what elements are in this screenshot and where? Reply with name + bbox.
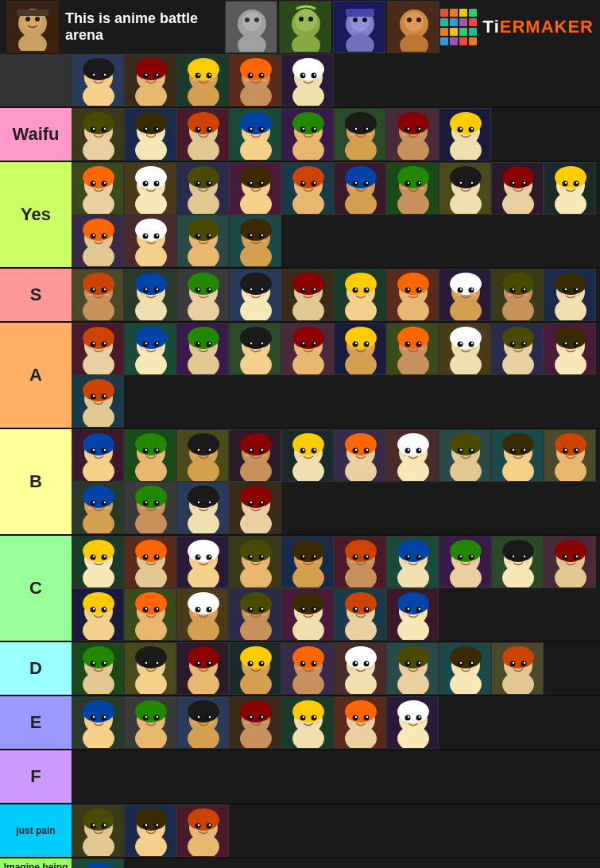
svg-point-841 <box>350 561 354 564</box>
svg-point-734 <box>105 507 110 510</box>
char-slot <box>386 588 439 641</box>
svg-point-403 <box>300 288 306 293</box>
svg-point-525 <box>303 343 304 344</box>
svg-point-1158 <box>397 700 429 723</box>
char-slot <box>72 215 124 267</box>
svg-point-417 <box>355 289 357 290</box>
char-slot <box>281 269 334 321</box>
svg-point-860 <box>469 555 474 560</box>
svg-point-67 <box>248 73 254 79</box>
svg-point-693 <box>460 449 462 451</box>
svg-point-510 <box>240 327 272 349</box>
svg-point-570 <box>502 327 534 349</box>
svg-point-558 <box>450 327 482 349</box>
svg-point-391 <box>248 288 254 293</box>
svg-point-1171 <box>91 823 96 829</box>
svg-point-632 <box>207 448 212 454</box>
svg-point-1069 <box>455 668 459 670</box>
svg-point-907 <box>143 607 149 613</box>
svg-point-943 <box>300 607 306 613</box>
svg-point-812 <box>259 555 265 560</box>
svg-point-1197 <box>198 824 199 826</box>
svg-point-608 <box>102 448 107 454</box>
svg-point-129 <box>250 128 252 130</box>
svg-point-709 <box>507 455 512 457</box>
svg-point-321 <box>145 234 147 236</box>
svg-point-1194 <box>188 808 219 831</box>
svg-point-390 <box>240 273 272 295</box>
svg-point-1129 <box>245 722 250 724</box>
svg-point-442 <box>471 289 473 290</box>
svg-point-710 <box>525 455 529 457</box>
svg-point-470 <box>577 294 582 296</box>
svg-point-1093 <box>87 722 92 724</box>
svg-point-273 <box>460 182 462 184</box>
svg-point-680 <box>416 448 422 454</box>
svg-point-548 <box>416 342 422 347</box>
char-slot <box>176 108 229 161</box>
svg-point-439 <box>458 288 463 293</box>
svg-point-835 <box>353 555 358 560</box>
svg-point-213 <box>198 182 199 184</box>
svg-point-620 <box>154 448 160 454</box>
svg-point-758 <box>210 507 215 510</box>
svg-point-793 <box>140 561 145 564</box>
svg-point-68 <box>259 73 265 79</box>
svg-point-769 <box>245 507 250 510</box>
svg-point-246 <box>345 166 377 188</box>
svg-point-751 <box>195 501 201 506</box>
svg-point-422 <box>367 294 372 296</box>
svg-point-997 <box>140 668 145 670</box>
svg-point-602 <box>105 401 110 403</box>
svg-point-788 <box>154 555 160 560</box>
svg-point-634 <box>209 449 211 451</box>
svg-point-572 <box>521 342 527 347</box>
char-slot <box>124 162 176 215</box>
svg-point-574 <box>524 343 525 344</box>
char-slot <box>334 696 386 749</box>
svg-point-1182 <box>135 808 167 831</box>
svg-point-1126 <box>261 716 263 718</box>
svg-point-618 <box>135 433 167 455</box>
svg-point-1033 <box>297 668 302 670</box>
svg-point-822 <box>292 540 324 562</box>
svg-point-446 <box>472 294 477 296</box>
svg-point-946 <box>314 608 315 610</box>
svg-point-465 <box>565 289 567 290</box>
svg-point-373 <box>140 294 145 296</box>
svg-point-490 <box>157 343 158 344</box>
svg-point-14 <box>299 17 304 21</box>
svg-point-1002 <box>188 646 219 668</box>
svg-point-1150 <box>366 716 368 718</box>
svg-point-489 <box>145 343 147 344</box>
tier-content-s <box>72 269 600 321</box>
svg-point-802 <box>209 556 211 557</box>
svg-point-646 <box>261 449 263 451</box>
svg-point-313 <box>87 240 92 242</box>
header-title: This is anime battle arena <box>65 10 224 44</box>
svg-point-962 <box>367 614 372 616</box>
tier-label-a: A <box>0 323 72 428</box>
svg-point-895 <box>91 607 96 613</box>
svg-point-290 <box>525 188 529 190</box>
char-slot <box>439 429 491 482</box>
svg-point-1075 <box>510 661 516 667</box>
svg-point-877 <box>507 561 512 564</box>
svg-point-102 <box>135 112 167 134</box>
svg-point-69 <box>250 74 252 76</box>
svg-point-559 <box>458 342 463 347</box>
char-slot <box>439 269 491 321</box>
char-slot <box>176 54 229 107</box>
svg-point-512 <box>259 342 265 347</box>
svg-point-248 <box>364 181 370 187</box>
svg-point-914 <box>157 614 162 616</box>
svg-point-824 <box>312 555 317 560</box>
svg-point-106 <box>157 128 158 130</box>
tier-row-s: S <box>0 269 600 323</box>
svg-point-523 <box>300 342 306 347</box>
svg-point-367 <box>143 288 149 293</box>
svg-point-956 <box>364 607 370 613</box>
svg-point-1088 <box>102 715 107 721</box>
svg-point-1027 <box>300 661 306 667</box>
char-slot <box>72 696 124 749</box>
